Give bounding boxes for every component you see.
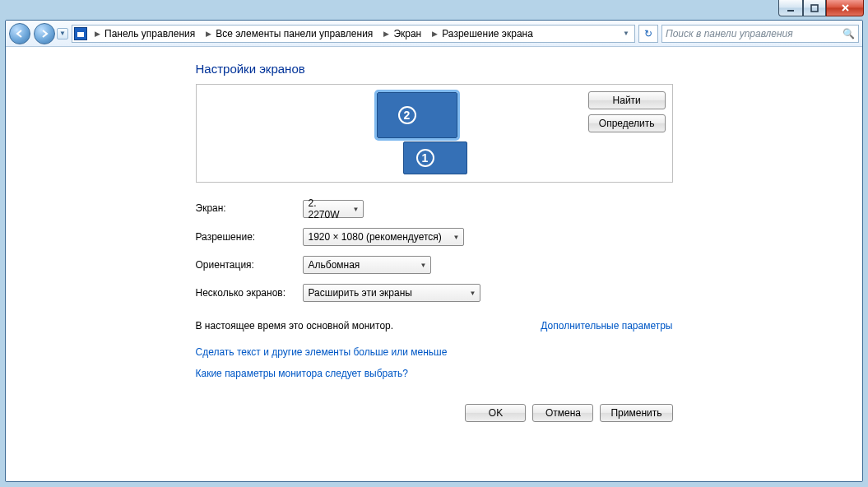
chevron-down-icon: ▼ <box>346 206 360 213</box>
maximize-button[interactable] <box>803 0 826 16</box>
orientation-select[interactable]: Альбомная▼ <box>303 256 431 274</box>
minimize-button[interactable] <box>778 0 803 16</box>
chevron-down-icon: ▼ <box>447 234 460 241</box>
search-icon: 🔍 <box>842 28 855 39</box>
arrow-right-icon <box>39 29 49 39</box>
monitor-layout: 2 1 <box>369 92 500 174</box>
apply-button[interactable]: Применить <box>600 404 672 422</box>
which-settings-link[interactable]: Какие параметры монитора следует выбрать… <box>196 368 673 379</box>
breadcrumb-label: Разрешение экрана <box>442 28 533 39</box>
primary-monitor-note: В настоящее время это основной монитор. <box>196 320 394 332</box>
breadcrumb[interactable]: ▶Экран <box>378 28 425 39</box>
toolbar: ▼ ▶Панель управления ▶Все элементы панел… <box>6 21 862 47</box>
svg-rect-3 <box>77 30 84 32</box>
detect-button[interactable]: Найти <box>588 91 666 109</box>
address-dropdown-button[interactable]: ▼ <box>620 26 633 42</box>
resolution-select[interactable]: 1920 × 1080 (рекомендуется)▼ <box>303 228 464 246</box>
control-panel-icon <box>74 27 87 40</box>
content-area: Настройки экранов 2 1 Найти Определить <box>6 47 862 481</box>
maximize-icon <box>810 4 819 12</box>
minimize-icon <box>787 4 795 12</box>
monitor-1[interactable]: 1 <box>403 141 467 174</box>
display-arrangement-panel[interactable]: 2 1 Найти Определить <box>196 84 673 183</box>
multiple-displays-label: Несколько экранов: <box>196 287 303 299</box>
ok-button[interactable]: OK <box>465 404 526 422</box>
breadcrumb-label: Экран <box>393 28 421 39</box>
multiple-displays-select[interactable]: Расширить эти экраны▼ <box>303 284 480 302</box>
breadcrumb[interactable]: ▶Разрешение экрана <box>426 28 536 39</box>
window-controls <box>778 0 868 16</box>
screen-label: Экран: <box>196 202 303 214</box>
breadcrumb[interactable]: ▶Все элементы панели управления <box>200 28 376 39</box>
dialog-buttons: OK Отмена Применить <box>196 404 673 422</box>
refresh-icon: ↻ <box>644 28 652 39</box>
search-placeholder: Поиск в панели управления <box>666 28 842 39</box>
breadcrumb-label: Все элементы панели управления <box>216 28 373 39</box>
page-title: Настройки экранов <box>196 62 673 76</box>
monitor-number: 2 <box>398 106 416 124</box>
forward-button[interactable] <box>34 23 55 44</box>
close-icon <box>841 3 850 12</box>
history-dropdown-button[interactable]: ▼ <box>57 28 68 39</box>
screen-select[interactable]: 2. 2270W▼ <box>303 200 364 218</box>
address-bar[interactable]: ▶Панель управления ▶Все элементы панели … <box>72 25 635 43</box>
breadcrumb[interactable]: ▶Панель управления <box>89 28 198 39</box>
breadcrumb-label: Панель управления <box>104 28 195 39</box>
orientation-label: Ориентация: <box>196 259 303 271</box>
explorer-window: ▼ ▶Панель управления ▶Все элементы панел… <box>5 20 863 482</box>
identify-button[interactable]: Определить <box>588 114 666 132</box>
text-size-link[interactable]: Сделать текст и другие элементы больше и… <box>196 346 673 358</box>
close-button[interactable] <box>826 0 864 16</box>
back-button[interactable] <box>9 23 30 44</box>
resolution-label: Разрешение: <box>196 231 303 243</box>
svg-rect-1 <box>811 5 818 12</box>
arrow-left-icon <box>15 29 25 39</box>
cancel-button[interactable]: Отмена <box>532 404 593 422</box>
advanced-settings-link[interactable]: Дополнительные параметры <box>541 320 672 332</box>
svg-rect-0 <box>787 10 794 12</box>
settings-form: Экран: 2. 2270W▼ Разрешение: 1920 × 1080… <box>196 197 673 302</box>
search-input[interactable]: Поиск в панели управления 🔍 <box>661 25 859 43</box>
chevron-down-icon: ▼ <box>414 262 427 269</box>
refresh-button[interactable]: ↻ <box>638 25 658 43</box>
monitor-number: 1 <box>416 149 434 167</box>
chevron-down-icon: ▼ <box>463 290 476 297</box>
monitor-2[interactable]: 2 <box>377 92 457 138</box>
